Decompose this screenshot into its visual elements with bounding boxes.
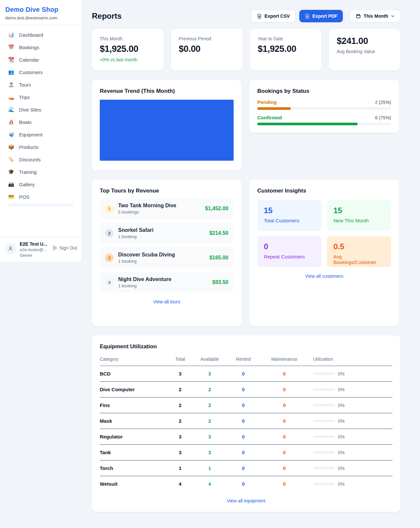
utilization-bar — [313, 404, 335, 406]
brand-domain: demo.test.divestreams.com — [5, 15, 76, 20]
sidebar-item-bookings[interactable]: 📅 Bookings — [4, 41, 78, 53]
calendar-icon: 📆 — [8, 57, 14, 63]
equipment-category: Fins — [100, 402, 165, 408]
utilization-bar — [313, 483, 335, 485]
tile-total-customers: 15 Total Customers — [257, 200, 322, 231]
sidebar: Demo Dive Shop demo.test.divestreams.com… — [0, 0, 82, 262]
brand-name[interactable]: Demo Dive Shop — [5, 6, 76, 13]
insights-row: Top Tours by Revenue 1 Two Tank Morning … — [92, 180, 400, 326]
trips-icon: 🚤 — [8, 94, 14, 100]
table-row: Torch 1 1 0 0 0% — [100, 460, 392, 476]
equipment-available: 1 — [195, 465, 224, 471]
equipment-rented: 0 — [224, 434, 262, 439]
sidebar-item-gallery[interactable]: 📸 Gallery — [4, 178, 78, 191]
tile-value: 15 — [333, 206, 385, 215]
tour-row: 3 Discover Scuba Diving 1 booking $165.0… — [100, 248, 234, 268]
view-all-customers-link[interactable]: View all customers — [257, 274, 391, 279]
sidebar-item-equipment[interactable]: 🤿 Equipment — [4, 128, 78, 141]
sidebar-item-calendar[interactable]: 📆 Calendar — [4, 53, 78, 66]
sign-out-button[interactable]: Sign Out — [52, 245, 77, 251]
stats-row: This Month $1,925.00 +0% vs last month P… — [92, 29, 400, 71]
utilization-value: 0% — [338, 371, 345, 376]
bookings-icon: 📅 — [8, 44, 14, 50]
sidebar-item-customers[interactable]: 👥 Customers — [4, 66, 78, 78]
customers-icon: 👥 — [8, 69, 14, 75]
status-label: Confirmed — [257, 115, 282, 120]
sidebar-item-label: Tours — [19, 82, 31, 88]
dashboard-icon: 📊 — [8, 32, 14, 38]
equipment-utilization-cell: 0% — [306, 403, 392, 408]
utilization-value: 0% — [338, 434, 345, 439]
sidebar-item-tours[interactable]: 🏝️ Tours — [4, 78, 78, 91]
equipment-category: Tank — [100, 450, 165, 455]
export-pdf-button[interactable]: Export PDF — [299, 10, 343, 22]
equipment-category: Dive Computer — [100, 387, 165, 392]
equipment-utilization-title: Equipment Utilization — [100, 343, 392, 350]
equipment-utilization-cell: 0% — [306, 450, 392, 455]
tile-avg-bookings-customer: 0.5 Avg Bookings/Customer — [327, 236, 391, 267]
rank-badge: 4 — [105, 278, 114, 287]
table-row: Regulator 3 3 0 0 0% — [100, 429, 392, 445]
status-value: 2 (25%) — [375, 100, 391, 105]
revenue-trend-bar — [100, 100, 234, 161]
pos-icon: 💳 — [8, 194, 14, 200]
equipment-available: 2 — [195, 387, 224, 392]
boats-icon: ⛵ — [8, 119, 14, 125]
tile-label: Total Customers — [264, 218, 315, 223]
period-select[interactable]: This Month — [350, 10, 400, 22]
training-icon: 🎓 — [8, 169, 14, 175]
sidebar-item-reports-active-peek[interactable] — [8, 204, 74, 206]
export-pdf-label: Export PDF — [312, 13, 337, 19]
file-download-icon — [305, 14, 310, 19]
person-icon — [8, 246, 13, 252]
customer-insights-title: Customer Insights — [257, 188, 391, 194]
utilization-bar — [313, 451, 335, 454]
view-all-tours-link[interactable]: View all tours — [100, 299, 234, 304]
table-row: Wetsuit 4 4 0 0 0% — [100, 476, 392, 492]
equipment-utilization-card: Equipment Utilization Category Total Ava… — [92, 335, 400, 512]
customer-insights-card: Customer Insights 15 Total Customers 15 … — [249, 180, 399, 326]
sidebar-item-discounts[interactable]: 🏷️ Discounts — [4, 153, 78, 166]
sidebar-item-training[interactable]: 🎓 Training — [4, 166, 78, 178]
sidebar-item-label: Boats — [19, 119, 32, 125]
equipment-total: 3 — [165, 450, 195, 455]
sidebar-item-dive-sites[interactable]: 🌊 Dive Sites — [4, 103, 78, 116]
sidebar-item-products[interactable]: 📦 Products — [4, 141, 78, 153]
sidebar-item-dashboard[interactable]: 📊 Dashboard — [4, 29, 78, 41]
sidebar-item-boats[interactable]: ⛵ Boats — [4, 116, 78, 128]
tour-name: Night Dive Adventure — [118, 276, 171, 282]
tour-row: 1 Two Tank Morning Dive 5 bookings $1,45… — [100, 198, 234, 219]
tile-label: Avg Bookings/Customer — [333, 254, 385, 265]
column-header-total: Total — [165, 356, 195, 362]
table-row: Tank 3 3 0 0 0% — [100, 445, 392, 460]
equipment-table-header: Category Total Available Rented Maintena… — [100, 356, 392, 366]
sidebar-item-label: Products — [19, 144, 38, 150]
equipment-rented: 0 — [224, 481, 262, 487]
utilization-bar — [313, 420, 335, 422]
sidebar-item-label: Dive Sites — [19, 107, 41, 112]
stat-value: $0.00 — [179, 44, 235, 54]
stat-value: $241.00 — [337, 36, 392, 46]
gallery-icon: 📸 — [8, 181, 14, 187]
equipment-available: 3 — [195, 371, 224, 376]
tour-bookings: 1 booking — [118, 259, 175, 264]
sidebar-item-pos[interactable]: 💳 POS — [4, 191, 78, 203]
page-header: Reports Export CSV Export PDF — [92, 10, 400, 22]
table-row: Fins 2 2 0 0 0% — [100, 397, 392, 413]
export-csv-button[interactable]: Export CSV — [251, 10, 295, 22]
view-all-equipment-link[interactable]: View all equipment — [100, 498, 392, 503]
tours-icon: 🏝️ — [8, 82, 14, 88]
sign-out-label: Sign Out — [59, 245, 77, 251]
equipment-category: Mask — [100, 418, 165, 424]
period-label: This Month — [364, 13, 388, 19]
utilization-value: 0% — [338, 418, 345, 424]
equipment-maintenance: 0 — [262, 418, 306, 424]
stat-label: This Month — [100, 36, 156, 41]
equipment-maintenance: 0 — [262, 465, 306, 471]
column-header-maintenance: Maintenance — [262, 356, 306, 362]
equipment-rented: 0 — [224, 465, 262, 471]
equipment-icon: 🤿 — [8, 132, 14, 137]
tour-row: 4 Night Dive Adventure 1 booking $93.50 — [100, 272, 234, 293]
sidebar-item-trips[interactable]: 🚤 Trips — [4, 91, 78, 103]
top-tours-card: Top Tours by Revenue 1 Two Tank Morning … — [92, 180, 242, 326]
